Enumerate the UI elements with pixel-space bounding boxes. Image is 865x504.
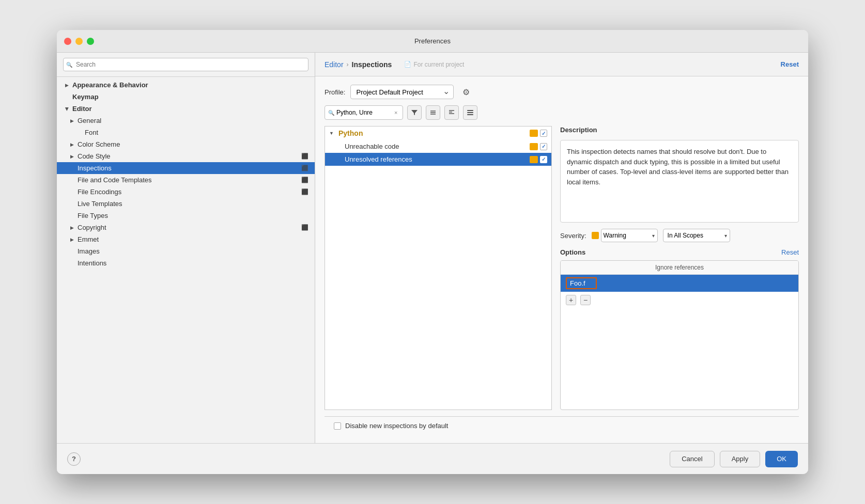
project-label-text: For current project bbox=[413, 61, 464, 68]
sidebar-item-file-encodings[interactable]: File Encodings ⬛ bbox=[57, 186, 315, 198]
severity-color-icon bbox=[530, 130, 538, 137]
inspection-unreachable-code[interactable]: Unreachable code bbox=[325, 140, 551, 153]
add-item-button[interactable]: + bbox=[566, 295, 576, 305]
filter-clear-button[interactable]: × bbox=[393, 108, 398, 117]
sidebar-item-file-types[interactable]: File Types bbox=[57, 210, 315, 222]
svg-rect-7 bbox=[467, 112, 473, 113]
expand-arrow-icon bbox=[329, 131, 335, 136]
badge-icon: ⬛ bbox=[301, 153, 308, 160]
options-section: Options Reset Ignore references + bbox=[560, 248, 799, 410]
severity-select[interactable]: Warning Error Info bbox=[601, 229, 658, 242]
collapse-arrow-icon bbox=[68, 117, 75, 124]
remove-item-button[interactable]: − bbox=[580, 295, 591, 305]
sidebar-item-general[interactable]: General bbox=[57, 115, 315, 127]
filter-input[interactable] bbox=[336, 109, 393, 116]
leaf-icon bbox=[68, 248, 75, 255]
collapse-all-button[interactable] bbox=[444, 105, 459, 120]
inspection-item-checkbox[interactable] bbox=[540, 143, 547, 150]
options-table-header: Ignore references bbox=[561, 261, 798, 275]
sidebar-item-color-scheme[interactable]: Color Scheme bbox=[57, 138, 315, 150]
scope-select[interactable]: In All Scopes bbox=[663, 229, 730, 242]
breadcrumb-editor-link[interactable]: Editor bbox=[325, 60, 344, 69]
cancel-button[interactable]: Cancel bbox=[670, 451, 714, 467]
window-controls bbox=[64, 38, 94, 45]
leaf-icon bbox=[68, 200, 75, 208]
sidebar-item-label: General bbox=[78, 117, 101, 124]
description-title: Description bbox=[560, 126, 799, 134]
filter-input-wrap: × bbox=[325, 105, 403, 120]
expand-all-button[interactable] bbox=[426, 105, 440, 120]
collapse-arrow-icon bbox=[63, 82, 70, 89]
options-button[interactable] bbox=[463, 105, 477, 120]
apply-button[interactable]: Apply bbox=[720, 451, 761, 467]
panel-footer: Disable new inspections by default bbox=[325, 416, 799, 435]
sidebar-search-input[interactable] bbox=[63, 58, 308, 71]
sidebar-item-label: Keymap bbox=[72, 93, 99, 101]
add-remove-row: + − bbox=[561, 292, 798, 308]
inspection-group-label: Python bbox=[338, 129, 363, 137]
leaf-icon bbox=[68, 260, 75, 267]
close-button[interactable] bbox=[64, 38, 71, 45]
filter-row: × bbox=[325, 105, 799, 120]
breadcrumb-separator: › bbox=[347, 61, 349, 68]
filter-funnel-button[interactable] bbox=[407, 105, 422, 120]
profile-row: Profile: Project Default Project ⚙ bbox=[325, 85, 799, 99]
description-panel: Description This inspection detects name… bbox=[552, 126, 799, 410]
sidebar-item-label: File Encodings bbox=[78, 188, 121, 196]
help-button[interactable]: ? bbox=[67, 452, 81, 466]
sidebar-tree: Appearance & Behavior Keymap Editor Gene… bbox=[57, 77, 315, 443]
leaf-icon bbox=[68, 188, 75, 196]
sidebar-item-label: Emmet bbox=[78, 235, 99, 243]
header-reset-button[interactable]: Reset bbox=[781, 60, 799, 68]
sidebar-item-keymap[interactable]: Keymap bbox=[57, 91, 315, 103]
right-panel: Editor › Inspections For current project… bbox=[315, 53, 808, 443]
disable-checkbox-row: Disable new inspections by default bbox=[334, 422, 448, 430]
sidebar-search-area bbox=[57, 53, 315, 77]
inspection-item-checkbox[interactable] bbox=[540, 156, 547, 163]
sidebar-item-live-templates[interactable]: Live Templates bbox=[57, 198, 315, 210]
expand-arrow-icon bbox=[63, 105, 70, 113]
sidebar-item-label: Font bbox=[85, 129, 98, 136]
sidebar-item-copyright[interactable]: Copyright ⬛ bbox=[57, 222, 315, 233]
bottom-bar: ? Cancel Apply OK bbox=[57, 443, 808, 474]
sidebar-item-emmet[interactable]: Emmet bbox=[57, 233, 315, 245]
sidebar-item-label: Intentions bbox=[78, 259, 106, 267]
svg-rect-8 bbox=[467, 114, 473, 115]
disable-new-inspections-label: Disable new inspections by default bbox=[345, 422, 448, 430]
main-content: Appearance & Behavior Keymap Editor Gene… bbox=[57, 53, 808, 443]
sidebar-item-code-style[interactable]: Code Style ⬛ bbox=[57, 150, 315, 162]
sidebar-item-appearance[interactable]: Appearance & Behavior bbox=[57, 79, 315, 91]
scope-select-wrap: In All Scopes ▾ bbox=[663, 229, 730, 242]
profile-select[interactable]: Project Default Project bbox=[350, 85, 454, 99]
minimize-button[interactable] bbox=[75, 38, 83, 45]
breadcrumb: Editor › Inspections bbox=[325, 60, 392, 69]
sidebar-item-images[interactable]: Images bbox=[57, 245, 315, 257]
sidebar-item-label: Images bbox=[78, 247, 100, 255]
sidebar-item-label: File Types bbox=[78, 212, 108, 219]
severity-color-swatch bbox=[592, 232, 599, 239]
ignore-reference-input[interactable] bbox=[566, 277, 597, 289]
inspection-group-checkbox[interactable] bbox=[540, 130, 547, 137]
inspection-unresolved-references[interactable]: Unresolved references bbox=[325, 153, 551, 166]
sidebar-item-file-code-templates[interactable]: File and Code Templates ⬛ bbox=[57, 174, 315, 186]
disable-new-inspections-checkbox[interactable] bbox=[334, 422, 341, 430]
sidebar-item-intentions[interactable]: Intentions bbox=[57, 257, 315, 269]
inspections-area: Python Unreachable code bbox=[325, 126, 799, 410]
sidebar: Appearance & Behavior Keymap Editor Gene… bbox=[57, 53, 315, 443]
sidebar-item-inspections[interactable]: Inspections ⬛ bbox=[57, 162, 315, 174]
profile-select-wrapper: Project Default Project bbox=[350, 85, 454, 99]
inspection-python-group[interactable]: Python bbox=[325, 127, 551, 140]
badge-icon: ⬛ bbox=[301, 177, 308, 183]
options-reset-button[interactable]: Reset bbox=[781, 248, 799, 256]
leaf-icon bbox=[68, 165, 75, 172]
severity-color-icon bbox=[530, 143, 538, 150]
collapse-arrow-icon bbox=[68, 224, 75, 231]
profile-label: Profile: bbox=[325, 88, 345, 96]
sidebar-item-font[interactable]: Font bbox=[57, 127, 315, 138]
maximize-button[interactable] bbox=[87, 38, 94, 45]
gear-icon[interactable]: ⚙ bbox=[459, 85, 473, 99]
badge-icon: ⬛ bbox=[301, 188, 308, 195]
sidebar-item-editor[interactable]: Editor bbox=[57, 103, 315, 115]
options-table-row[interactable] bbox=[561, 275, 798, 292]
ok-button[interactable]: OK bbox=[765, 451, 798, 467]
